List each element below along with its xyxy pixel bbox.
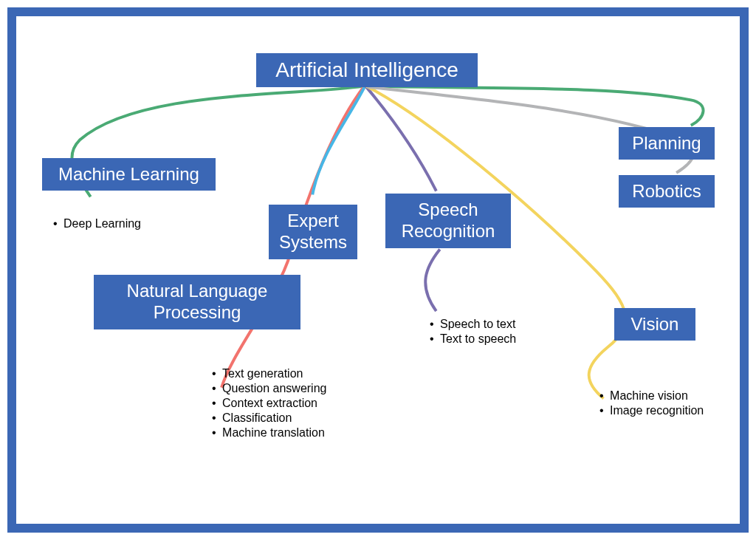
bullet-item: Text generation bbox=[212, 367, 326, 380]
node-planning: Planning bbox=[619, 127, 715, 160]
node-robotics: Robotics bbox=[619, 175, 715, 208]
bullet-item: Machine vision bbox=[599, 389, 704, 403]
bullet-item: Speech to text bbox=[430, 318, 516, 331]
bullets-nlp: Text generation Question answering Conte… bbox=[212, 367, 326, 441]
bullet-item: Machine translation bbox=[212, 426, 326, 440]
node-expert: Expert Systems bbox=[269, 205, 357, 259]
bullets-vision: Machine vision Image recognition bbox=[599, 389, 704, 419]
node-robotics-label: Robotics bbox=[632, 181, 701, 202]
node-planning-label: Planning bbox=[632, 133, 701, 154]
root-node: Artificial Intelligence bbox=[256, 53, 478, 87]
bullet-item: Context extraction bbox=[212, 397, 326, 410]
node-vision: Vision bbox=[614, 308, 695, 341]
node-speech: Speech Recognition bbox=[385, 194, 511, 248]
node-vision-label: Vision bbox=[631, 314, 679, 335]
diagram-canvas: Artificial Intelligence Machine Learning… bbox=[16, 16, 740, 524]
root-label: Artificial Intelligence bbox=[275, 58, 458, 83]
node-expert-label: Expert Systems bbox=[279, 211, 347, 253]
bullets-speech: Speech to text Text to speech bbox=[430, 318, 516, 347]
bullet-item: Question answering bbox=[212, 382, 326, 395]
node-ml: Machine Learning bbox=[42, 158, 216, 191]
node-nlp-label: Natural Language Processing bbox=[127, 281, 268, 324]
node-speech-label: Speech Recognition bbox=[402, 199, 495, 242]
node-ml-label: Machine Learning bbox=[58, 164, 199, 185]
diagram-frame: Artificial Intelligence Machine Learning… bbox=[7, 7, 749, 533]
bullet-item: Deep Learning bbox=[53, 217, 141, 230]
bullet-item: Image recognition bbox=[599, 404, 704, 417]
bullet-item: Classification bbox=[212, 411, 326, 425]
node-nlp: Natural Language Processing bbox=[94, 275, 300, 329]
bullet-item: Text to speech bbox=[430, 332, 516, 346]
connector-lines bbox=[16, 16, 740, 524]
bullets-ml: Deep Learning bbox=[53, 217, 141, 232]
